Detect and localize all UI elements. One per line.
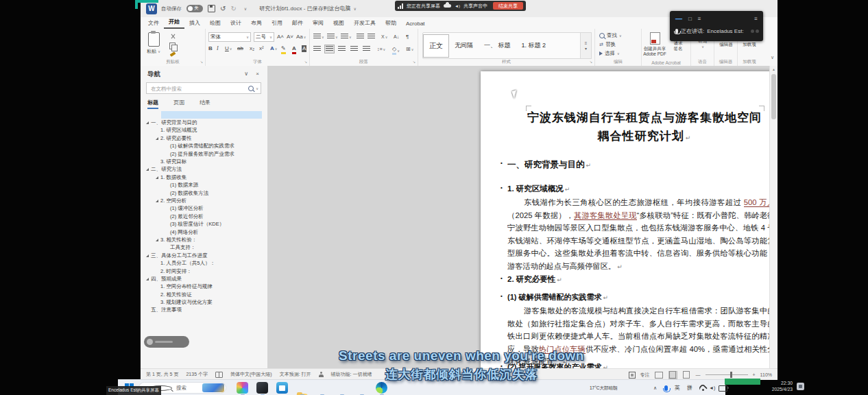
- ribbon-tab-绘图[interactable]: 绘图: [205, 17, 226, 29]
- nav-heading-item[interactable]: 2. 空间分析: [141, 197, 267, 204]
- multilevel-list-icon[interactable]: [341, 34, 348, 40]
- decrease-indent-icon[interactable]: [357, 34, 364, 40]
- asian-layout-icon[interactable]: X: [381, 34, 385, 40]
- ribbon-tab-设计[interactable]: 设计: [226, 17, 246, 29]
- cut-icon[interactable]: [170, 34, 176, 39]
- distribute-icon[interactable]: [363, 46, 370, 52]
- nav-heading-item[interactable]: 二、研究方法: [141, 166, 267, 173]
- font-dialog-launcher[interactable]: ↘: [304, 60, 307, 64]
- layout-switch-icon[interactable]: ≡: [754, 16, 758, 22]
- nav-heading-item[interactable]: 一、研究背景与目的: [141, 119, 267, 126]
- nav-heading-item[interactable]: (1) 破解供需错配的实践需求: [141, 143, 267, 150]
- redo-icon[interactable]: ↻: [230, 5, 236, 12]
- nav-heading-item[interactable]: 3. 规划建议与优化方案: [141, 298, 267, 306]
- style-gallery-item[interactable]: 正文: [423, 34, 449, 58]
- bold-icon[interactable]: B: [208, 45, 213, 52]
- ribbon-tab-视图[interactable]: 视图: [328, 17, 349, 29]
- nav-heading-item[interactable]: (1) 缓冲区分析: [141, 205, 267, 213]
- undo-icon[interactable]: ↺: [220, 5, 226, 12]
- nav-heading-item[interactable]: (2) 最近邻分析: [141, 213, 267, 220]
- ribbon-tab-邮件[interactable]: 邮件: [287, 17, 308, 29]
- nav-heading-item[interactable]: (2) 提升服务效率的产业需求: [141, 150, 267, 158]
- select-button[interactable]: 选择∨: [599, 50, 620, 57]
- style-gallery-item[interactable]: 1. 标题 2: [516, 41, 552, 50]
- align-left-icon[interactable]: [313, 46, 321, 52]
- nav-search-dropdown-icon[interactable]: ∨: [256, 86, 258, 91]
- tree-expand-icon[interactable]: [156, 137, 158, 140]
- italic-icon[interactable]: I: [217, 45, 219, 52]
- align-right-icon[interactable]: [338, 46, 346, 52]
- line-spacing-icon[interactable]: ↕≡: [377, 46, 383, 53]
- collapse-ribbon-icon[interactable]: ∨: [771, 55, 774, 60]
- underline-icon[interactable]: U: [225, 45, 229, 52]
- floating-toast-pill[interactable]: [144, 336, 189, 348]
- nav-pane-options-icon[interactable]: ∨: [244, 71, 248, 77]
- end-share-button[interactable]: 结束共享: [493, 2, 523, 10]
- grow-font-icon[interactable]: A˄: [277, 34, 284, 40]
- tree-expand-icon[interactable]: [156, 239, 158, 241]
- style-gallery-item[interactable]: 一、 标题: [479, 41, 516, 50]
- qat-dropdown-icon[interactable]: ∨: [244, 6, 247, 11]
- nav-heading-item[interactable]: 2. 相关性验证: [141, 291, 267, 298]
- ribbon-tab-审阅[interactable]: 审阅: [308, 17, 328, 29]
- subscript-icon[interactable]: x₂: [250, 45, 254, 52]
- nav-heading-item[interactable]: (1) 数据来源: [141, 182, 267, 189]
- scroll-up-icon[interactable]: ▲: [772, 67, 775, 71]
- shading-icon[interactable]: ◇: [392, 46, 396, 55]
- styles-dialog-launcher[interactable]: ↘: [590, 60, 592, 64]
- taskbar-dark-app-icon[interactable]: [256, 382, 268, 394]
- wifi-icon[interactable]: [699, 385, 706, 392]
- styles-gallery-more-button[interactable]: ≡▾: [580, 32, 592, 59]
- tree-expand-icon[interactable]: [156, 200, 158, 202]
- nav-heading-item[interactable]: 2. 研究必要性: [141, 134, 267, 142]
- tree-expand-icon[interactable]: [146, 168, 149, 171]
- ribbon-tab-插入[interactable]: 插入: [184, 17, 205, 29]
- nav-heading-item[interactable]: 1. 空间分布特征与规律: [141, 283, 267, 291]
- autosave-toggle[interactable]: 关: [186, 5, 203, 12]
- notification-icon[interactable]: [797, 383, 804, 390]
- ribbon-tab-开发工具[interactable]: 开发工具: [349, 17, 381, 29]
- taskbar-colorful-app-icon[interactable]: [237, 382, 248, 394]
- search-highlight-thumbnail[interactable]: [202, 383, 224, 392]
- format-painter-icon[interactable]: [169, 51, 176, 57]
- nav-search-box[interactable]: ∨: [146, 82, 261, 94]
- font-color-icon[interactable]: A: [292, 45, 296, 54]
- replace-button[interactable]: ⇄替换: [599, 41, 616, 48]
- justify-icon[interactable]: [350, 46, 358, 52]
- battery-icon[interactable]: [719, 385, 727, 392]
- nav-heading-item[interactable]: (4) 网络分析: [141, 228, 267, 236]
- ribbon-tab-开始[interactable]: 开始: [164, 16, 184, 29]
- document-scrollbar[interactable]: ▲: [769, 66, 777, 368]
- numbering-icon[interactable]: [327, 34, 335, 40]
- font-name-combobox[interactable]: 宋体∨: [208, 32, 251, 42]
- menu-icon[interactable]: ≡: [698, 16, 701, 22]
- superscript-icon[interactable]: x²: [259, 45, 264, 52]
- nav-heading-item[interactable]: (3) 核密度估计（KDE）: [141, 220, 267, 228]
- nav-tab-results[interactable]: 结果: [200, 99, 210, 109]
- nav-heading-item[interactable]: [161, 111, 262, 119]
- nav-heading-item[interactable]: 2. 时间安排：: [141, 267, 267, 275]
- nav-heading-item[interactable]: 3. 研究目标: [141, 158, 267, 165]
- nav-heading-item[interactable]: 四、预期成果: [141, 275, 267, 283]
- nav-pane-close-icon[interactable]: ×: [256, 71, 259, 77]
- nav-heading-item[interactable]: 工具支持：: [141, 244, 267, 252]
- paste-button[interactable]: 粘贴 ∨: [143, 32, 164, 55]
- align-center-icon[interactable]: [326, 46, 333, 52]
- ribbon-tab-Acrobat[interactable]: Acrobat: [401, 19, 430, 29]
- text-effects-icon[interactable]: A: [270, 45, 274, 52]
- tree-expand-icon[interactable]: [146, 254, 149, 257]
- cloud-icon[interactable]: [444, 4, 451, 8]
- nav-heading-item[interactable]: 1. 研究区域概况: [141, 127, 267, 134]
- show-marks-icon[interactable]: ¶: [406, 34, 409, 40]
- shrink-font-icon[interactable]: A˅: [287, 34, 293, 40]
- style-gallery-item[interactable]: 无间隔: [449, 41, 479, 50]
- character-shading-icon[interactable]: A: [302, 45, 306, 52]
- find-button[interactable]: 查找∨: [599, 32, 622, 39]
- tree-expand-icon[interactable]: [146, 278, 149, 280]
- restore-icon[interactable]: □: [688, 16, 692, 22]
- ribbon-tab-布局[interactable]: 布局: [246, 17, 267, 29]
- save-icon[interactable]: [208, 5, 215, 12]
- borders-icon[interactable]: ⊞: [406, 46, 411, 53]
- scrollbar-thumb[interactable]: [771, 74, 776, 119]
- nav-heading-item[interactable]: 五、注意事项: [141, 307, 267, 314]
